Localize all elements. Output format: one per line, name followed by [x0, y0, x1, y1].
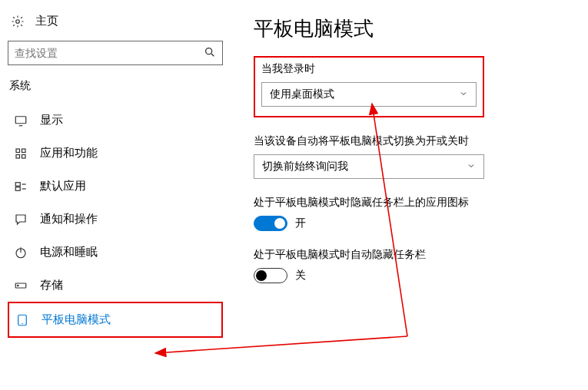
svg-point-16 [18, 285, 19, 286]
storage-icon [14, 279, 28, 292]
dropdown-value: 使用桌面模式 [270, 88, 334, 101]
auto-switch-dropdown[interactable]: 切换前始终询问我 [254, 154, 484, 179]
setting-label: 当我登录时 [261, 62, 477, 76]
search-icon [204, 46, 216, 61]
toggle-state: 开 [295, 216, 306, 230]
svg-rect-5 [16, 149, 20, 153]
sidebar-item-label: 平板电脑模式 [42, 312, 111, 327]
hide-icons-toggle[interactable] [254, 216, 287, 231]
setting-label: 当该设备自动将平板电脑模式切换为开或关时 [254, 134, 580, 148]
toggle-state: 关 [295, 269, 306, 283]
sidebar-item-default-apps[interactable]: 默认应用 [8, 170, 223, 203]
setting-label: 处于平板电脑模式时隐藏任务栏上的应用图标 [254, 196, 580, 210]
sidebar-item-label: 应用和功能 [40, 146, 98, 160]
sidebar-item-label: 电源和睡眠 [40, 245, 98, 259]
setting-label: 处于平板电脑模式时自动隐藏任务栏 [254, 248, 580, 262]
tablet-icon [15, 313, 29, 327]
svg-rect-3 [15, 116, 26, 123]
sidebar-item-label: 存储 [40, 278, 63, 292]
svg-rect-7 [16, 154, 20, 158]
svg-rect-9 [15, 182, 20, 186]
svg-rect-8 [22, 154, 26, 158]
chevron-down-icon [467, 160, 476, 173]
sidebar-item-notifications[interactable]: 通知和操作 [8, 203, 223, 236]
group-label: 系统 [9, 79, 223, 93]
svg-point-0 [16, 19, 20, 23]
notifications-icon [14, 213, 28, 226]
home-label: 主页 [35, 14, 58, 28]
search-box[interactable] [8, 41, 223, 65]
chevron-down-icon [459, 88, 468, 101]
svg-line-2 [211, 54, 214, 56]
svg-point-1 [206, 48, 212, 54]
sidebar-item-display[interactable]: 显示 [8, 104, 223, 137]
svg-rect-10 [15, 187, 20, 190]
display-icon [14, 114, 28, 127]
sidebar-item-label: 通知和操作 [40, 212, 98, 226]
auto-hide-taskbar-toggle[interactable] [254, 268, 287, 283]
default-apps-icon [14, 180, 28, 193]
dropdown-value: 切换前始终询问我 [262, 160, 348, 174]
sidebar-item-label: 显示 [40, 113, 63, 127]
svg-rect-6 [22, 149, 26, 153]
sidebar-item-apps[interactable]: 应用和功能 [8, 137, 223, 170]
sidebar-item-power[interactable]: 电源和睡眠 [8, 236, 223, 269]
search-input[interactable] [15, 47, 204, 59]
gear-icon [11, 15, 25, 28]
page-title: 平板电脑模式 [254, 15, 580, 42]
home-link[interactable]: 主页 [8, 9, 223, 38]
sidebar-item-label: 默认应用 [40, 179, 86, 193]
sign-in-dropdown[interactable]: 使用桌面模式 [261, 82, 477, 107]
sign-in-section: 当我登录时 使用桌面模式 [254, 56, 484, 117]
sidebar-item-storage[interactable]: 存储 [8, 269, 223, 302]
power-icon [14, 246, 28, 259]
apps-icon [14, 147, 28, 160]
sidebar-item-tablet-mode[interactable]: 平板电脑模式 [8, 302, 223, 338]
